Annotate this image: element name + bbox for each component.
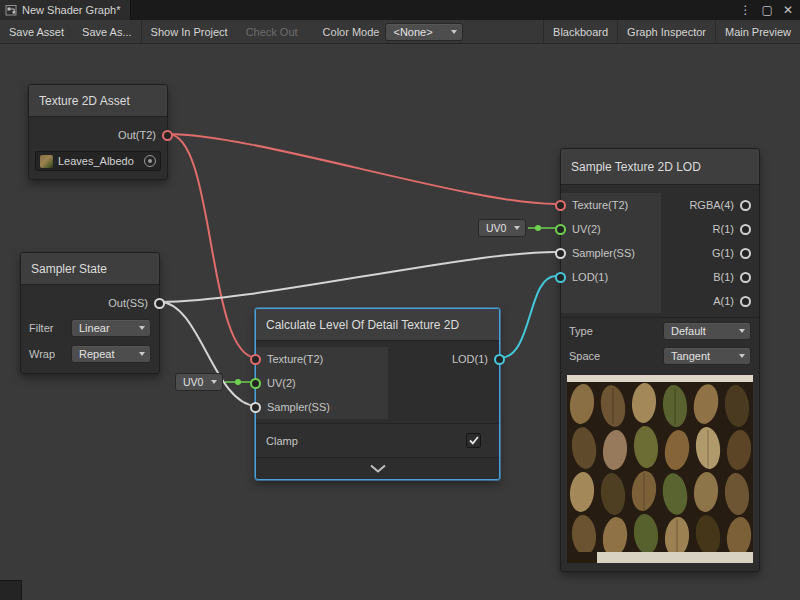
port-label: R(1) bbox=[713, 223, 734, 235]
calc-lod-out-port[interactable] bbox=[494, 354, 505, 365]
texture-preview-image bbox=[567, 375, 753, 563]
port-label: Sampler(SS) bbox=[572, 247, 635, 259]
uv0-dot-calc bbox=[235, 379, 241, 385]
sample-uv-in-port[interactable] bbox=[555, 224, 566, 235]
node-sampler-state[interactable]: Sampler State Out(SS) Filter Linear Wrap… bbox=[20, 252, 160, 374]
tab-title: New Shader Graph* bbox=[22, 4, 120, 16]
save-as-button[interactable]: Save As... bbox=[73, 20, 141, 43]
calc-texture-in-port[interactable] bbox=[250, 354, 261, 365]
toolbar: Save Asset Save As... Show In Project Ch… bbox=[0, 20, 800, 44]
sample-lod-in-port[interactable] bbox=[555, 272, 566, 283]
sample-r-out-port[interactable] bbox=[740, 224, 751, 235]
object-field-row: Leaves_Albedo bbox=[29, 147, 167, 179]
maximize-icon[interactable]: ▢ bbox=[762, 3, 773, 17]
node-title[interactable]: Calculate Level Of Detail Texture 2D bbox=[256, 309, 499, 341]
port-label: G(1) bbox=[712, 247, 734, 259]
window-tab[interactable]: New Shader Graph* bbox=[0, 0, 131, 20]
window-controls: ⋮ ▢ ✕ bbox=[740, 0, 800, 20]
sampler-out-port[interactable] bbox=[154, 298, 165, 309]
texture-asset-out-port[interactable] bbox=[162, 130, 173, 141]
uv0-dot-sample bbox=[535, 225, 541, 231]
type-row: Type Default bbox=[561, 317, 759, 343]
uv-channel-dropdown-calc[interactable]: UV0 bbox=[175, 373, 223, 391]
collapse-button[interactable] bbox=[256, 457, 499, 479]
output-ports: LOD(1) bbox=[444, 347, 499, 419]
sample-a-out-port[interactable] bbox=[740, 296, 751, 307]
port-label: UV(2) bbox=[267, 377, 296, 389]
graph-inspector-button[interactable]: Graph Inspector bbox=[618, 20, 715, 43]
ports-section: Texture(T2) UV(2) Sampler(SS) LOD(1) RGB… bbox=[561, 185, 759, 317]
calc-sampler-in-port[interactable] bbox=[250, 402, 261, 413]
filter-value: Linear bbox=[79, 322, 110, 334]
wire-texture-to-sample[interactable] bbox=[168, 134, 556, 204]
caret-down-icon bbox=[451, 30, 457, 34]
clamp-checkbox[interactable] bbox=[466, 433, 481, 448]
check-out-button: Check Out bbox=[237, 20, 307, 43]
port-row: Texture(T2) bbox=[256, 347, 388, 371]
node-calculate-lod[interactable]: Calculate Level Of Detail Texture 2D Tex… bbox=[255, 308, 500, 480]
port-row: Sampler(SS) bbox=[561, 241, 661, 265]
close-icon[interactable]: ✕ bbox=[783, 3, 793, 17]
sample-sampler-in-port[interactable] bbox=[555, 248, 566, 259]
save-asset-button[interactable]: Save Asset bbox=[0, 20, 73, 43]
wrap-dropdown[interactable]: Repeat bbox=[71, 345, 151, 363]
node-sample-texture-2d-lod[interactable]: Sample Texture 2D LOD Texture(T2) UV(2) … bbox=[560, 148, 760, 572]
space-dropdown[interactable]: Tangent bbox=[663, 347, 751, 365]
port-label: LOD(1) bbox=[452, 353, 488, 365]
caret-down-icon bbox=[139, 326, 145, 330]
port-label: Texture(T2) bbox=[572, 199, 628, 211]
type-dropdown[interactable]: Default bbox=[663, 322, 751, 340]
node-texture-2d-asset[interactable]: Texture 2D Asset Out(T2) Leaves_Albedo bbox=[28, 84, 168, 180]
output-ports: RGBA(4) R(1) G(1) B(1) A(1) bbox=[661, 193, 759, 313]
main-preview-button[interactable]: Main Preview bbox=[716, 20, 800, 43]
port-label: Texture(T2) bbox=[267, 353, 323, 365]
port-row: Sampler(SS) bbox=[256, 395, 388, 419]
wire-texture-to-calc[interactable] bbox=[168, 134, 257, 358]
sample-g-out-port[interactable] bbox=[740, 248, 751, 259]
port-row: G(1) bbox=[661, 241, 759, 265]
port-label: LOD(1) bbox=[572, 271, 608, 283]
color-mode-dropdown[interactable]: <None> bbox=[385, 23, 463, 41]
texture-object-field[interactable]: Leaves_Albedo bbox=[35, 151, 161, 171]
space-row: Space Tangent bbox=[561, 343, 759, 369]
input-ports: Texture(T2) UV(2) Sampler(SS) bbox=[256, 347, 388, 419]
port-row: B(1) bbox=[661, 265, 759, 289]
wire-lod-to-sample[interactable] bbox=[500, 276, 556, 358]
filter-label: Filter bbox=[29, 322, 53, 334]
color-mode-value: <None> bbox=[393, 26, 432, 38]
caret-down-icon bbox=[739, 354, 745, 358]
check-icon bbox=[469, 436, 479, 445]
wrap-row: Wrap Repeat bbox=[21, 341, 159, 367]
node-title[interactable]: Texture 2D Asset bbox=[29, 85, 167, 117]
sample-b-out-port[interactable] bbox=[740, 272, 751, 283]
space-value: Tangent bbox=[671, 350, 710, 362]
wrap-label: Wrap bbox=[29, 348, 55, 360]
node-title[interactable]: Sample Texture 2D LOD bbox=[561, 149, 759, 185]
texture-thumbnail bbox=[40, 155, 53, 168]
type-value: Default bbox=[671, 325, 706, 337]
show-in-project-button[interactable]: Show In Project bbox=[142, 20, 237, 43]
port-label: A(1) bbox=[713, 295, 734, 307]
shader-graph-icon bbox=[5, 4, 17, 16]
object-picker-icon[interactable] bbox=[144, 155, 156, 167]
blackboard-button[interactable]: Blackboard bbox=[544, 20, 617, 43]
caret-down-icon bbox=[514, 226, 520, 230]
port-label: RGBA(4) bbox=[689, 199, 734, 211]
caret-down-icon bbox=[739, 329, 745, 333]
port-label: B(1) bbox=[713, 271, 734, 283]
port-label: Out(SS) bbox=[108, 297, 148, 309]
title-bar: New Shader Graph* ⋮ ▢ ✕ bbox=[0, 0, 800, 20]
node-title[interactable]: Sampler State bbox=[21, 253, 159, 285]
node-preview bbox=[567, 375, 753, 563]
color-mode-label: Color Mode bbox=[307, 26, 386, 38]
filter-dropdown[interactable]: Linear bbox=[71, 319, 151, 337]
clamp-label: Clamp bbox=[266, 435, 298, 447]
uv-channel-value: UV0 bbox=[183, 376, 203, 388]
calc-uv-in-port[interactable] bbox=[250, 378, 261, 389]
sample-rgba-out-port[interactable] bbox=[740, 200, 751, 211]
sample-texture-in-port[interactable] bbox=[555, 200, 566, 211]
menu-icon[interactable]: ⋮ bbox=[740, 3, 752, 17]
port-row: LOD(1) bbox=[561, 265, 661, 289]
wire-sampler-to-sample[interactable] bbox=[160, 252, 556, 302]
uv-channel-dropdown-sample[interactable]: UV0 bbox=[478, 219, 526, 237]
